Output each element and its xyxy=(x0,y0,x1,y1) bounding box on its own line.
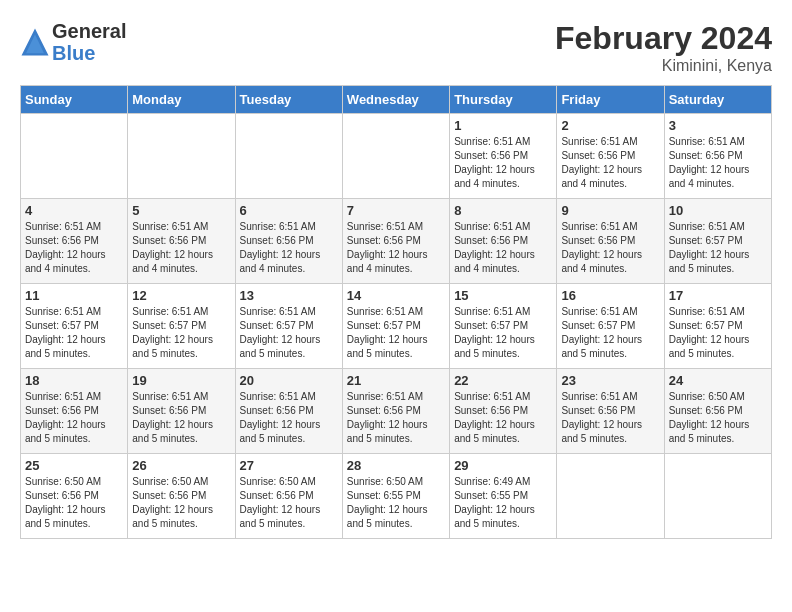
day-number: 15 xyxy=(454,288,552,303)
logo-general: General xyxy=(52,20,126,42)
day-info: Sunrise: 6:51 AM Sunset: 6:56 PM Dayligh… xyxy=(561,135,659,191)
day-number: 13 xyxy=(240,288,338,303)
day-number: 5 xyxy=(132,203,230,218)
table-row: 12Sunrise: 6:51 AM Sunset: 6:57 PM Dayli… xyxy=(128,284,235,369)
table-row xyxy=(664,454,771,539)
table-row: 10Sunrise: 6:51 AM Sunset: 6:57 PM Dayli… xyxy=(664,199,771,284)
calendar-week-row: 25Sunrise: 6:50 AM Sunset: 6:56 PM Dayli… xyxy=(21,454,772,539)
day-info: Sunrise: 6:50 AM Sunset: 6:55 PM Dayligh… xyxy=(347,475,445,531)
table-row: 21Sunrise: 6:51 AM Sunset: 6:56 PM Dayli… xyxy=(342,369,449,454)
day-number: 1 xyxy=(454,118,552,133)
day-info: Sunrise: 6:50 AM Sunset: 6:56 PM Dayligh… xyxy=(240,475,338,531)
location: Kiminini, Kenya xyxy=(555,57,772,75)
calendar-week-row: 1Sunrise: 6:51 AM Sunset: 6:56 PM Daylig… xyxy=(21,114,772,199)
month-title: February 2024 xyxy=(555,20,772,57)
table-row: 8Sunrise: 6:51 AM Sunset: 6:56 PM Daylig… xyxy=(450,199,557,284)
day-number: 12 xyxy=(132,288,230,303)
day-info: Sunrise: 6:51 AM Sunset: 6:56 PM Dayligh… xyxy=(669,135,767,191)
page-header: General Blue February 2024 Kiminini, Ken… xyxy=(20,20,772,75)
logo-icon xyxy=(20,27,50,57)
day-info: Sunrise: 6:51 AM Sunset: 6:56 PM Dayligh… xyxy=(132,390,230,446)
table-row xyxy=(235,114,342,199)
day-info: Sunrise: 6:51 AM Sunset: 6:56 PM Dayligh… xyxy=(25,220,123,276)
table-row: 29Sunrise: 6:49 AM Sunset: 6:55 PM Dayli… xyxy=(450,454,557,539)
day-info: Sunrise: 6:51 AM Sunset: 6:56 PM Dayligh… xyxy=(561,390,659,446)
day-info: Sunrise: 6:51 AM Sunset: 6:57 PM Dayligh… xyxy=(669,305,767,361)
col-sunday: Sunday xyxy=(21,86,128,114)
day-info: Sunrise: 6:51 AM Sunset: 6:57 PM Dayligh… xyxy=(240,305,338,361)
day-number: 8 xyxy=(454,203,552,218)
table-row: 3Sunrise: 6:51 AM Sunset: 6:56 PM Daylig… xyxy=(664,114,771,199)
table-row: 16Sunrise: 6:51 AM Sunset: 6:57 PM Dayli… xyxy=(557,284,664,369)
table-row: 19Sunrise: 6:51 AM Sunset: 6:56 PM Dayli… xyxy=(128,369,235,454)
table-row: 14Sunrise: 6:51 AM Sunset: 6:57 PM Dayli… xyxy=(342,284,449,369)
day-number: 3 xyxy=(669,118,767,133)
day-number: 6 xyxy=(240,203,338,218)
table-row: 15Sunrise: 6:51 AM Sunset: 6:57 PM Dayli… xyxy=(450,284,557,369)
table-row: 22Sunrise: 6:51 AM Sunset: 6:56 PM Dayli… xyxy=(450,369,557,454)
day-info: Sunrise: 6:50 AM Sunset: 6:56 PM Dayligh… xyxy=(669,390,767,446)
day-number: 22 xyxy=(454,373,552,388)
title-block: February 2024 Kiminini, Kenya xyxy=(555,20,772,75)
day-number: 25 xyxy=(25,458,123,473)
day-number: 21 xyxy=(347,373,445,388)
day-number: 26 xyxy=(132,458,230,473)
day-number: 20 xyxy=(240,373,338,388)
table-row: 25Sunrise: 6:50 AM Sunset: 6:56 PM Dayli… xyxy=(21,454,128,539)
table-row: 13Sunrise: 6:51 AM Sunset: 6:57 PM Dayli… xyxy=(235,284,342,369)
day-info: Sunrise: 6:51 AM Sunset: 6:57 PM Dayligh… xyxy=(347,305,445,361)
table-row: 5Sunrise: 6:51 AM Sunset: 6:56 PM Daylig… xyxy=(128,199,235,284)
day-number: 7 xyxy=(347,203,445,218)
table-row: 18Sunrise: 6:51 AM Sunset: 6:56 PM Dayli… xyxy=(21,369,128,454)
day-info: Sunrise: 6:49 AM Sunset: 6:55 PM Dayligh… xyxy=(454,475,552,531)
table-row: 17Sunrise: 6:51 AM Sunset: 6:57 PM Dayli… xyxy=(664,284,771,369)
col-tuesday: Tuesday xyxy=(235,86,342,114)
logo: General Blue xyxy=(20,20,126,64)
day-number: 19 xyxy=(132,373,230,388)
day-number: 18 xyxy=(25,373,123,388)
table-row: 7Sunrise: 6:51 AM Sunset: 6:56 PM Daylig… xyxy=(342,199,449,284)
day-number: 27 xyxy=(240,458,338,473)
table-row: 4Sunrise: 6:51 AM Sunset: 6:56 PM Daylig… xyxy=(21,199,128,284)
day-info: Sunrise: 6:51 AM Sunset: 6:57 PM Dayligh… xyxy=(454,305,552,361)
calendar-week-row: 18Sunrise: 6:51 AM Sunset: 6:56 PM Dayli… xyxy=(21,369,772,454)
day-info: Sunrise: 6:51 AM Sunset: 6:56 PM Dayligh… xyxy=(240,220,338,276)
table-row: 11Sunrise: 6:51 AM Sunset: 6:57 PM Dayli… xyxy=(21,284,128,369)
table-row: 20Sunrise: 6:51 AM Sunset: 6:56 PM Dayli… xyxy=(235,369,342,454)
table-row xyxy=(557,454,664,539)
calendar-week-row: 11Sunrise: 6:51 AM Sunset: 6:57 PM Dayli… xyxy=(21,284,772,369)
day-info: Sunrise: 6:51 AM Sunset: 6:56 PM Dayligh… xyxy=(454,390,552,446)
day-number: 28 xyxy=(347,458,445,473)
table-row xyxy=(21,114,128,199)
col-saturday: Saturday xyxy=(664,86,771,114)
table-row: 26Sunrise: 6:50 AM Sunset: 6:56 PM Dayli… xyxy=(128,454,235,539)
day-info: Sunrise: 6:51 AM Sunset: 6:57 PM Dayligh… xyxy=(561,305,659,361)
day-info: Sunrise: 6:51 AM Sunset: 6:56 PM Dayligh… xyxy=(240,390,338,446)
calendar-header-row: Sunday Monday Tuesday Wednesday Thursday… xyxy=(21,86,772,114)
day-info: Sunrise: 6:51 AM Sunset: 6:56 PM Dayligh… xyxy=(25,390,123,446)
calendar-table: Sunday Monday Tuesday Wednesday Thursday… xyxy=(20,85,772,539)
day-info: Sunrise: 6:51 AM Sunset: 6:56 PM Dayligh… xyxy=(347,390,445,446)
day-number: 24 xyxy=(669,373,767,388)
day-info: Sunrise: 6:51 AM Sunset: 6:57 PM Dayligh… xyxy=(25,305,123,361)
day-number: 11 xyxy=(25,288,123,303)
day-info: Sunrise: 6:50 AM Sunset: 6:56 PM Dayligh… xyxy=(132,475,230,531)
table-row: 27Sunrise: 6:50 AM Sunset: 6:56 PM Dayli… xyxy=(235,454,342,539)
day-number: 14 xyxy=(347,288,445,303)
table-row: 2Sunrise: 6:51 AM Sunset: 6:56 PM Daylig… xyxy=(557,114,664,199)
table-row: 28Sunrise: 6:50 AM Sunset: 6:55 PM Dayli… xyxy=(342,454,449,539)
day-number: 10 xyxy=(669,203,767,218)
table-row: 6Sunrise: 6:51 AM Sunset: 6:56 PM Daylig… xyxy=(235,199,342,284)
day-number: 4 xyxy=(25,203,123,218)
table-row: 9Sunrise: 6:51 AM Sunset: 6:56 PM Daylig… xyxy=(557,199,664,284)
day-info: Sunrise: 6:51 AM Sunset: 6:56 PM Dayligh… xyxy=(561,220,659,276)
table-row xyxy=(342,114,449,199)
table-row: 23Sunrise: 6:51 AM Sunset: 6:56 PM Dayli… xyxy=(557,369,664,454)
day-info: Sunrise: 6:51 AM Sunset: 6:57 PM Dayligh… xyxy=(669,220,767,276)
day-number: 9 xyxy=(561,203,659,218)
calendar-week-row: 4Sunrise: 6:51 AM Sunset: 6:56 PM Daylig… xyxy=(21,199,772,284)
day-number: 29 xyxy=(454,458,552,473)
day-number: 23 xyxy=(561,373,659,388)
day-info: Sunrise: 6:51 AM Sunset: 6:57 PM Dayligh… xyxy=(132,305,230,361)
table-row xyxy=(128,114,235,199)
